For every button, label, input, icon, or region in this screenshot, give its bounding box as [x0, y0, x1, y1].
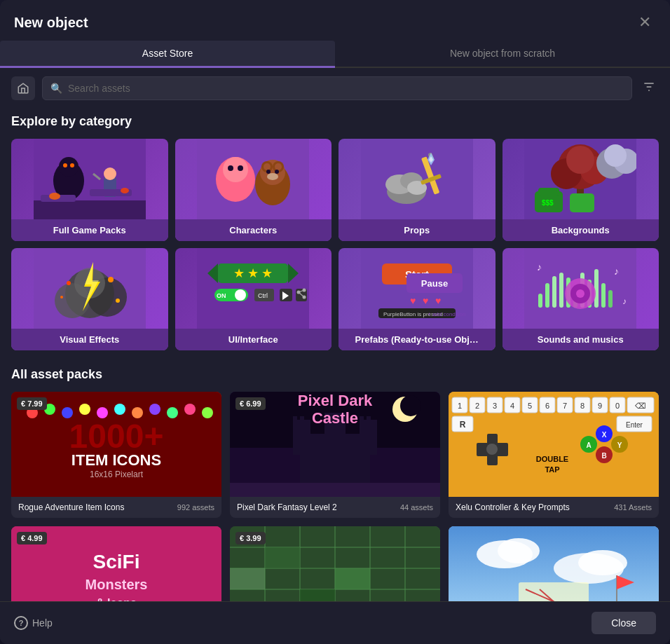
- asset-image-sky-pack: [449, 526, 659, 601]
- svg-point-20: [238, 165, 243, 171]
- asset-card-xelu-controller[interactable]: 1 2 3 4 5 6 7 8 9 0 ⌫ R: [449, 392, 659, 518]
- close-action-button[interactable]: Close: [592, 612, 656, 634]
- search-icon: 🔍: [50, 83, 62, 94]
- svg-point-9: [104, 167, 116, 180]
- asset-footer-rogue: Rogue Adventure Item Icons 992 assets: [11, 497, 221, 518]
- svg-rect-99: [559, 273, 563, 308]
- svg-text:A: A: [586, 441, 591, 449]
- svg-rect-50: [538, 188, 559, 196]
- new-object-modal: New object ✕ Asset Store New object from…: [0, 0, 670, 644]
- category-card-sounds-musics[interactable]: ♪ ♪ ♪ Sounds and musics: [502, 248, 659, 350]
- svg-point-6: [63, 163, 67, 167]
- asset-price-rogue: € 7.99: [17, 397, 47, 410]
- svg-point-60: [108, 277, 114, 282]
- svg-rect-198: [335, 568, 370, 589]
- svg-rect-11: [34, 200, 146, 219]
- category-image-backgrounds: $$$: [502, 139, 659, 219]
- filter-button[interactable]: [639, 77, 659, 100]
- svg-text:B: B: [601, 452, 606, 460]
- svg-point-26: [275, 163, 282, 170]
- svg-text:3: 3: [493, 402, 497, 410]
- category-card-prefabs[interactable]: Start Pause ♥ ♥ ♥ PurpleButton is presse…: [339, 248, 495, 350]
- svg-rect-51: [570, 193, 594, 212]
- asset-image-rogue-adventure: € 7.99 1000+ ITEM ICONS 16x16 Pixelart: [11, 392, 221, 497]
- svg-point-72: [235, 289, 246, 301]
- category-image-characters: [175, 139, 332, 219]
- category-label-sounds-musics: Sounds and musics: [502, 329, 659, 350]
- search-bar: 🔍: [0, 68, 670, 109]
- svg-rect-199: [300, 589, 335, 601]
- svg-text:+ add condition: + add condition: [428, 311, 466, 317]
- svg-text:R: R: [460, 420, 466, 430]
- home-button[interactable]: [11, 76, 35, 100]
- svg-rect-104: [594, 269, 599, 308]
- svg-text:9: 9: [598, 402, 602, 410]
- category-label-full-game-packs: Full Game Packs: [11, 219, 168, 241]
- svg-text:DOUBLE: DOUBLE: [536, 455, 568, 463]
- tab-asset-store[interactable]: Asset Store: [0, 41, 335, 68]
- svg-point-45: [566, 146, 594, 174]
- asset-price-pixel: € 6.99: [235, 397, 266, 410]
- category-label-prefabs: Prefabs (Ready-to-use Obj…: [339, 329, 495, 350]
- svg-point-120: [79, 404, 90, 415]
- svg-text:♥: ♥: [410, 295, 416, 306]
- svg-rect-200: [230, 568, 265, 589]
- svg-rect-64: [197, 248, 309, 329]
- category-image-ui-interface: ★ ★ ★ ON Ctrl: [175, 248, 332, 329]
- category-card-characters[interactable]: Characters: [175, 139, 332, 241]
- asset-count-xelu: 431 Assets: [614, 503, 652, 512]
- svg-text:16x16 Pixelart: 16x16 Pixelart: [90, 470, 144, 479]
- svg-rect-105: [601, 283, 606, 308]
- svg-text:1000+: 1000+: [69, 418, 164, 455]
- tab-new-from-scratch[interactable]: New object from scratch: [335, 41, 670, 68]
- svg-text:♪: ♪: [537, 261, 542, 273]
- asset-card-pixel-dark-castle[interactable]: € 6.99: [230, 392, 440, 518]
- category-card-ui-interface[interactable]: ★ ★ ★ ON Ctrl: [175, 248, 332, 350]
- svg-point-5: [59, 157, 78, 177]
- svg-rect-98: [552, 276, 556, 308]
- category-grid: Full Game Packs: [11, 139, 659, 350]
- svg-text:♪: ♪: [622, 296, 627, 306]
- svg-point-14: [49, 193, 60, 200]
- svg-text:★: ★: [247, 266, 259, 280]
- svg-point-15: [121, 188, 129, 193]
- svg-point-206: [578, 550, 627, 575]
- svg-point-122: [114, 404, 125, 415]
- category-card-full-game-packs[interactable]: Full Game Packs: [11, 139, 168, 241]
- asset-card-rogue-adventure[interactable]: € 7.99 1000+ ITEM ICONS 16x16 Pixelart: [11, 392, 221, 518]
- asset-card-scifi[interactable]: € 4.99 SciFi Monsters & Icons SciFi Mons…: [11, 526, 221, 601]
- svg-point-19: [228, 165, 233, 171]
- svg-text:7: 7: [563, 402, 567, 410]
- svg-rect-197: [265, 547, 300, 568]
- asset-image-xelu-controller: 1 2 3 4 5 6 7 8 9 0 ⌫ R: [449, 392, 659, 497]
- search-input[interactable]: [42, 76, 632, 100]
- svg-point-27: [266, 170, 271, 174]
- svg-rect-134: [360, 420, 377, 455]
- category-card-visual-effects[interactable]: Visual Effects: [11, 248, 168, 350]
- svg-text:X: X: [602, 431, 607, 439]
- svg-text:4: 4: [510, 402, 514, 410]
- category-card-props[interactable]: Props: [339, 139, 495, 241]
- svg-point-25: [264, 163, 271, 170]
- svg-point-29: [267, 173, 278, 180]
- svg-point-48: [604, 144, 627, 167]
- asset-card-tile-pack[interactable]: € 3.99: [230, 526, 440, 601]
- asset-count-pixel: 44 assets: [400, 503, 433, 512]
- category-label-ui-interface: UI/Interface: [175, 329, 332, 350]
- svg-text:8: 8: [580, 402, 584, 410]
- asset-count-rogue: 992 assets: [177, 503, 214, 512]
- close-icon-button[interactable]: ✕: [634, 11, 656, 34]
- svg-point-170: [486, 444, 498, 455]
- svg-point-131: [400, 395, 421, 416]
- svg-text:TAP: TAP: [545, 465, 559, 474]
- svg-rect-97: [545, 283, 549, 308]
- help-button[interactable]: ? Help: [14, 616, 53, 630]
- svg-rect-133: [293, 420, 310, 455]
- svg-point-121: [97, 407, 108, 418]
- svg-text:Pixel Dark: Pixel Dark: [298, 392, 373, 409]
- svg-rect-138: [360, 416, 364, 423]
- svg-text:♥: ♥: [423, 295, 428, 306]
- svg-point-125: [167, 407, 178, 418]
- asset-card-sky-pack[interactable]: Sky Pack: [449, 526, 659, 601]
- category-card-backgrounds[interactable]: $$$ Backgrounds: [502, 139, 659, 241]
